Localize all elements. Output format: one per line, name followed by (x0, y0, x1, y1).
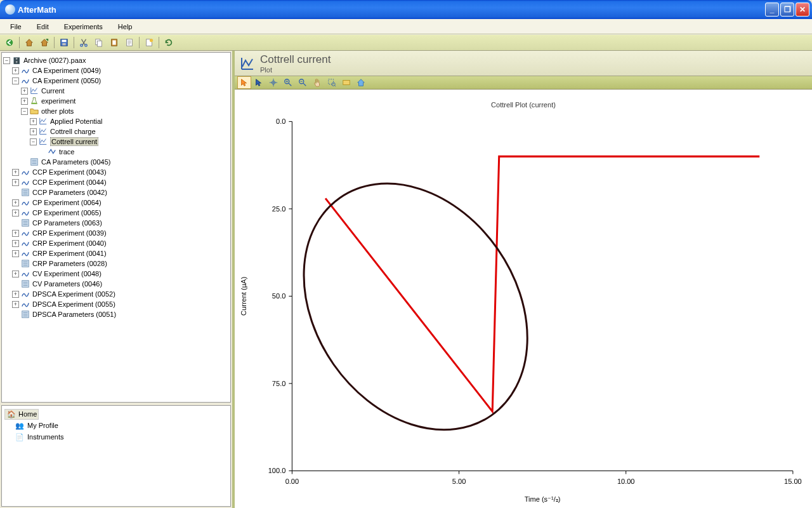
tree-item[interactable]: +CP Experiment (0065) (3, 208, 229, 218)
expand-icon[interactable]: + (12, 67, 19, 74)
pointer-tool-button[interactable] (237, 76, 251, 89)
plot-title: Cottrell current (260, 53, 331, 66)
svg-text:0.00: 0.00 (285, 478, 299, 485)
expand-icon[interactable]: + (12, 250, 19, 257)
tree-item[interactable]: +CRP Experiment (0040) (3, 238, 229, 248)
tree-item[interactable]: −CA Experiment (0050) (3, 76, 229, 86)
svg-text:Cottrell Plot (current): Cottrell Plot (current) (491, 101, 556, 109)
tree-label: CCP Parameters (0042) (32, 189, 107, 196)
collapse-icon[interactable]: − (3, 57, 10, 64)
home-button[interactable] (22, 36, 36, 49)
copy-button[interactable] (92, 36, 106, 49)
tree-item[interactable]: DPSCA Parameters (0051) (3, 309, 229, 319)
tree-item[interactable]: +CP Experiment (0064) (3, 197, 229, 208)
tree-item[interactable]: +CCP Experiment (0043) (3, 167, 229, 177)
tree-item[interactable]: +experiment (3, 96, 229, 106)
tree-item-selected[interactable]: −Cottrell current (3, 137, 229, 147)
svg-text:5.00: 5.00 (452, 478, 466, 485)
tree-item[interactable]: +Current (3, 86, 229, 96)
tree-item[interactable]: trace (3, 147, 229, 157)
app-icon (5, 4, 15, 15)
zoom-in-button[interactable] (281, 76, 295, 89)
archive-tree[interactable]: − 🗄️ Archive (0027).paax +CA Experiment … (1, 52, 231, 403)
expand-icon[interactable]: + (12, 240, 19, 247)
expand-icon[interactable]: + (12, 301, 19, 308)
tree-item[interactable]: +CRP Experiment (0039) (3, 228, 229, 238)
menu-file[interactable]: File (4, 21, 28, 32)
tree-item[interactable]: CA Parameters (0045) (3, 157, 229, 167)
expand-icon[interactable]: + (12, 169, 19, 176)
tree-label: CP Experiment (0065) (32, 209, 102, 217)
expand-icon[interactable]: + (21, 88, 28, 95)
cut-button[interactable] (77, 36, 91, 49)
svg-rect-7 (97, 41, 102, 46)
menu-edit[interactable]: Edit (30, 21, 55, 32)
plot-canvas[interactable]: Cottrell Plot (current)0.025.050.075.010… (235, 90, 812, 508)
expand-icon[interactable]: + (12, 271, 19, 277)
close-button[interactable]: ✕ (796, 3, 809, 17)
experiment-icon (20, 269, 30, 278)
svg-rect-3 (62, 43, 65, 46)
expand-icon[interactable]: + (12, 210, 19, 217)
page-button[interactable] (122, 36, 136, 49)
tree-item[interactable]: +Applied Potential (3, 116, 229, 126)
fit-button[interactable] (339, 76, 353, 89)
minimize-button[interactable]: _ (765, 3, 779, 17)
profile-icon: 👥 (15, 422, 25, 430)
flask-icon (29, 97, 39, 105)
tree-item[interactable]: CRP Parameters (0028) (3, 258, 229, 269)
tree-item[interactable]: CCP Parameters (0042) (3, 187, 229, 197)
home-profile[interactable]: 👥 My Profile (4, 420, 228, 431)
svg-text:25.0: 25.0 (272, 205, 285, 213)
expand-icon[interactable]: + (30, 128, 37, 135)
new-experiment-button[interactable] (142, 36, 156, 49)
tree-item[interactable]: −other plots (3, 106, 229, 116)
refresh-button[interactable] (162, 36, 176, 49)
save-button[interactable] (57, 36, 71, 49)
experiment-icon (20, 208, 30, 217)
tree-item[interactable]: +Cottrell charge (3, 126, 229, 137)
menu-experiments[interactable]: Experiments (58, 21, 109, 32)
tree-item[interactable]: +DPSCA Experiment (0055) (3, 299, 229, 309)
tree-item[interactable]: +DPSCA Experiment (0052) (3, 289, 229, 299)
tree-label: experiment (41, 97, 75, 105)
tree-root[interactable]: − 🗄️ Archive (0027).paax (3, 55, 229, 65)
tree-item[interactable]: +CCP Experiment (0044) (3, 177, 229, 187)
expand-icon[interactable]: + (30, 118, 37, 125)
instruments-icon: 📄 (15, 433, 25, 441)
home-instruments[interactable]: 📄 Instruments (4, 431, 228, 443)
archive-icon: 🗄️ (11, 56, 22, 65)
tree-item[interactable]: +CRP Experiment (0041) (3, 248, 229, 258)
plot-header: Cottrell current Plot (235, 51, 812, 76)
back-button[interactable] (3, 36, 16, 49)
tree-label: CA Experiment (0050) (32, 77, 101, 84)
expand-icon[interactable]: + (12, 291, 19, 298)
expand-icon[interactable]: + (12, 199, 19, 206)
maximize-button[interactable]: ❐ (780, 3, 794, 17)
expand-icon[interactable]: + (12, 230, 19, 237)
home-header[interactable]: 🏠Home (4, 408, 228, 420)
svg-text:15.00: 15.00 (784, 478, 802, 485)
paste-button[interactable] (107, 36, 121, 49)
home-panel: 🏠Home 👥 My Profile 📄 Instruments (1, 405, 231, 507)
tree-item[interactable]: +CA Experiment (0049) (3, 65, 229, 76)
collapse-icon[interactable]: − (21, 108, 28, 115)
collapse-icon[interactable]: − (30, 138, 37, 145)
svg-rect-22 (329, 79, 334, 84)
zoom-region-button[interactable] (325, 76, 339, 89)
home-up-button[interactable] (37, 36, 51, 49)
pan-tool-button[interactable] (310, 76, 324, 89)
zoom-out-button[interactable] (296, 76, 310, 89)
svg-rect-10 (127, 39, 133, 46)
collapse-icon[interactable]: − (12, 77, 19, 84)
expand-icon[interactable]: + (12, 179, 19, 186)
plot-icon (29, 86, 39, 95)
plot-home-button[interactable] (354, 76, 368, 89)
tree-item[interactable]: CV Parameters (0046) (3, 279, 229, 289)
select-tool-button[interactable] (252, 76, 266, 89)
tree-item[interactable]: CP Parameters (0063) (3, 218, 229, 228)
tree-item[interactable]: +CV Experiment (0048) (3, 269, 229, 279)
expand-icon[interactable]: + (21, 98, 28, 105)
menu-help[interactable]: Help (112, 21, 139, 32)
crosshair-tool-button[interactable] (266, 76, 280, 89)
